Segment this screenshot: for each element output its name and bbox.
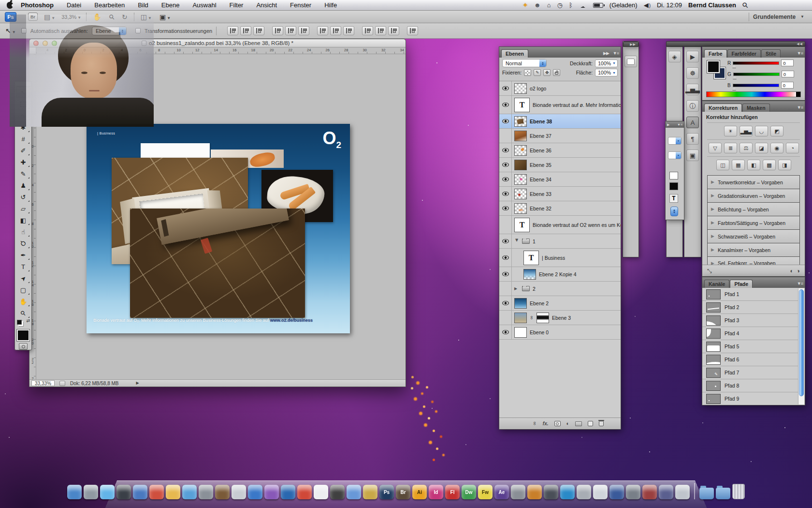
screen-mode-button[interactable]: ▣▼: [158, 14, 172, 20]
tab-ebenen[interactable]: Ebenen: [501, 49, 528, 58]
path-row[interactable]: Pfad 5: [702, 340, 798, 353]
eraser-tool[interactable]: ▱: [16, 203, 30, 214]
scrollbar-thumb[interactable]: [799, 289, 804, 396]
dock-app-29[interactable]: [527, 485, 542, 499]
layer-thumbnail[interactable]: [514, 131, 527, 141]
collapsed-actions-panel[interactable]: ▶: [686, 51, 699, 62]
smudge-tool[interactable]: ☝: [16, 226, 30, 238]
channel-value-field[interactable]: 0: [781, 60, 794, 66]
default-colors-icon[interactable]: [17, 320, 22, 325]
layer-visibility-toggle[interactable]: [499, 201, 512, 215]
collapsed-layers-panel[interactable]: ◈: [668, 51, 681, 62]
auto-align-layers-button[interactable]: [407, 26, 418, 35]
channel-value-field[interactable]: 0: [782, 71, 794, 77]
levels-adjustment-button[interactable]: ▂▅▃: [740, 126, 753, 136]
dock-app-17[interactable]: [330, 485, 345, 499]
layer-thumbnail[interactable]: T: [523, 251, 539, 265]
dock-app-1[interactable]: [67, 485, 82, 499]
time-machine-icon[interactable]: ◷: [557, 2, 563, 8]
distribute-left-edges-button[interactable]: [362, 26, 373, 35]
layer-row[interactable]: Ebene 34: [499, 172, 621, 187]
brush-tool[interactable]: ✎: [16, 168, 30, 179]
panel-collapse-icon[interactable]: ▶▶: [603, 51, 610, 56]
sliver-type-button[interactable]: T: [669, 194, 678, 203]
tab-korrekturen[interactable]: Korrekturen: [704, 104, 742, 112]
dock-trash[interactable]: [732, 484, 745, 499]
crop-tool[interactable]: #: [16, 133, 30, 145]
layer-row[interactable]: Ebene 33: [499, 187, 621, 201]
layer-visibility-toggle[interactable]: [499, 282, 512, 296]
layer-visibility-toggle[interactable]: [499, 158, 512, 172]
visibility-icon[interactable]: ◑: [797, 268, 800, 274]
align-left-edges-button[interactable]: [272, 26, 283, 35]
path-thumbnail[interactable]: [706, 302, 721, 313]
dock-app-br[interactable]: Br: [396, 485, 410, 499]
layer-row[interactable]: TBionade vertraut auf O2 wenn es um Komm…: [499, 216, 621, 234]
layer-visibility-toggle[interactable]: [499, 267, 512, 281]
layer-row[interactable]: Ebene 2: [499, 296, 621, 311]
link-layers-icon[interactable]: ∞: [532, 422, 537, 426]
dock-app-13[interactable]: [264, 485, 279, 499]
dock-folder-documents[interactable]: [699, 488, 714, 499]
dock-app-11[interactable]: [232, 485, 246, 499]
layer-row[interactable]: Ebene 36: [499, 143, 621, 158]
threshold-adjustment-button[interactable]: ◧: [747, 160, 760, 170]
posterize-adjustment-button[interactable]: ▦: [732, 160, 745, 170]
distribute-horizontal-centers-button[interactable]: [375, 26, 386, 35]
layer-thumbnail[interactable]: [514, 313, 527, 323]
path-thumbnail[interactable]: [706, 329, 721, 339]
path-thumbnail[interactable]: [706, 355, 721, 365]
panel-group-header[interactable]: ◀◀: [666, 41, 805, 46]
user-menu[interactable]: Bernd Claussen: [688, 1, 736, 9]
layer-thumbnail[interactable]: T: [514, 98, 530, 112]
vibrance-adjustment-button[interactable]: ▽: [709, 143, 722, 153]
swap-colors-icon[interactable]: ⇄: [26, 319, 30, 323]
dock-app-ps[interactable]: Ps: [379, 485, 394, 499]
bluetooth-icon[interactable]: ᛒ: [569, 2, 573, 8]
dock-strip-header[interactable]: ▶▶: [623, 42, 638, 47]
hue-saturation-adjustment-button[interactable]: ≣: [724, 143, 737, 153]
layer-thumbnail[interactable]: [514, 327, 527, 338]
layer-visibility-toggle[interactable]: [499, 81, 512, 95]
path-row[interactable]: Pfad 8: [702, 379, 798, 392]
preset-group[interactable]: ▶Kanalmixer – Vorgaben: [707, 243, 800, 256]
status-circle-icon[interactable]: ☻: [534, 2, 541, 8]
zoom-tool[interactable]: ⚲: [16, 307, 30, 319]
dock-app-37[interactable]: [659, 485, 673, 499]
channel-slider[interactable]: [733, 61, 779, 65]
dock-app-4[interactable]: [116, 485, 131, 499]
quick-mask-button[interactable]: [19, 343, 28, 350]
dock-app-35[interactable]: [626, 485, 640, 499]
layer-row[interactable]: Ebene 38: [499, 114, 621, 129]
layer-visibility-toggle[interactable]: [499, 143, 512, 157]
layer-visibility-toggle[interactable]: [499, 296, 512, 310]
layer-visibility-toggle[interactable]: [499, 129, 512, 143]
collapsed-info-panel[interactable]: ⓘ: [686, 100, 699, 112]
adjustment-layer-icon[interactable]: ◐: [566, 421, 570, 426]
layer-visibility-toggle[interactable]: [499, 216, 512, 234]
dock-app-7[interactable]: [166, 485, 180, 499]
layer-visibility-toggle[interactable]: [499, 96, 512, 114]
align-bottom-edges-button[interactable]: [253, 26, 264, 35]
collapsed-panel-icon[interactable]: [624, 56, 637, 67]
layer-thumbnail[interactable]: [514, 145, 527, 156]
dock-app-fw[interactable]: Fw: [478, 485, 493, 499]
apple-menu-icon[interactable]: [7, 2, 13, 9]
dock-app-id[interactable]: Id: [429, 485, 443, 499]
dock-app-5[interactable]: [133, 485, 147, 499]
panel-menu-icon[interactable]: ▼≡: [797, 51, 803, 56]
layer-thumbnail[interactable]: [514, 160, 527, 170]
workspace-switcher[interactable]: Grundelemente▼: [749, 13, 812, 21]
curves-adjustment-button[interactable]: ◡: [755, 126, 768, 136]
sliver-black-swatch[interactable]: [669, 182, 678, 190]
panel-menu-icon[interactable]: ▼≡: [797, 105, 803, 110]
delete-layer-icon[interactable]: [599, 421, 604, 426]
layer-visibility-toggle[interactable]: [499, 114, 512, 128]
shape-tool[interactable]: ▢: [16, 284, 30, 296]
menu-bild[interactable]: Bild: [138, 1, 148, 9]
menu-datei[interactable]: Datei: [67, 1, 81, 9]
path-row[interactable]: Pfad 1: [702, 288, 798, 301]
menu-bearbeiten[interactable]: Bearbeiten: [94, 1, 125, 9]
layer-row[interactable]: Ebene 0: [499, 325, 621, 340]
fill-field[interactable]: 100%▼: [595, 69, 618, 76]
